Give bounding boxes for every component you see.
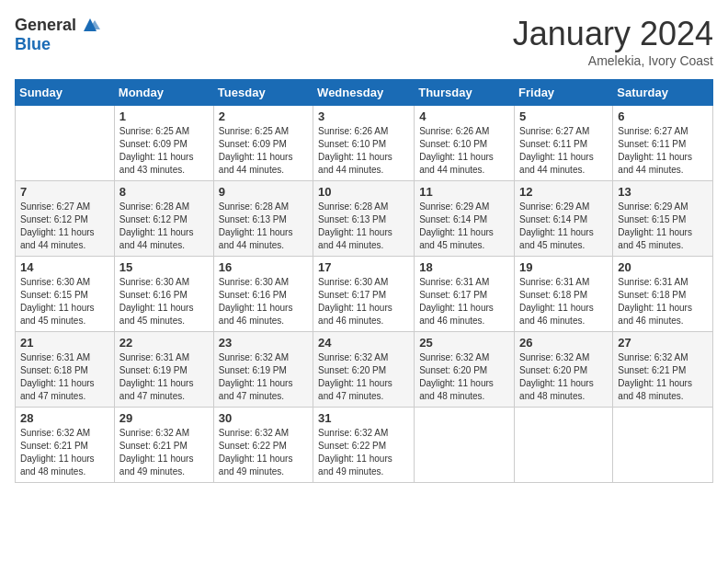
day-info: Sunrise: 6:30 AM Sunset: 6:17 PM Dayligh… [318, 276, 409, 327]
day-cell [16, 106, 115, 181]
day-cell: 13Sunrise: 6:29 AM Sunset: 6:15 PM Dayli… [613, 181, 713, 257]
day-info: Sunrise: 6:29 AM Sunset: 6:14 PM Dayligh… [519, 201, 608, 252]
day-info: Sunrise: 6:31 AM Sunset: 6:19 PM Dayligh… [119, 351, 209, 403]
day-number: 19 [519, 260, 608, 274]
location-subtitle: Amelekia, Ivory Coast [513, 53, 713, 68]
day-cell: 31Sunrise: 6:32 AM Sunset: 6:22 PM Dayli… [313, 408, 415, 483]
day-info: Sunrise: 6:31 AM Sunset: 6:18 PM Dayligh… [20, 351, 109, 403]
day-number: 15 [119, 260, 209, 274]
day-cell: 19Sunrise: 6:31 AM Sunset: 6:18 PM Dayli… [515, 257, 613, 332]
day-number: 9 [219, 185, 308, 199]
day-info: Sunrise: 6:32 AM Sunset: 6:21 PM Dayligh… [618, 351, 708, 403]
day-cell: 21Sunrise: 6:31 AM Sunset: 6:18 PM Dayli… [16, 332, 115, 408]
week-row-3: 14Sunrise: 6:30 AM Sunset: 6:15 PM Dayli… [16, 257, 713, 332]
day-cell: 7Sunrise: 6:27 AM Sunset: 6:12 PM Daylig… [16, 181, 115, 257]
day-info: Sunrise: 6:32 AM Sunset: 6:19 PM Dayligh… [219, 351, 308, 403]
day-cell [515, 408, 613, 483]
day-cell: 16Sunrise: 6:30 AM Sunset: 6:16 PM Dayli… [213, 257, 313, 332]
day-number: 30 [219, 411, 308, 425]
day-number: 10 [318, 185, 409, 199]
day-number: 28 [20, 411, 109, 425]
day-info: Sunrise: 6:30 AM Sunset: 6:16 PM Dayligh… [119, 276, 209, 327]
logo: General Blue [15, 15, 100, 54]
weekday-header-monday: Monday [114, 80, 213, 106]
day-info: Sunrise: 6:32 AM Sunset: 6:22 PM Dayligh… [219, 427, 308, 478]
weekday-header-thursday: Thursday [415, 80, 515, 106]
day-number: 17 [318, 260, 409, 274]
day-number: 26 [519, 336, 608, 350]
weekday-header-tuesday: Tuesday [213, 80, 313, 106]
day-cell: 17Sunrise: 6:30 AM Sunset: 6:17 PM Dayli… [313, 257, 415, 332]
logo-blue: Blue [15, 35, 51, 53]
day-info: Sunrise: 6:32 AM Sunset: 6:22 PM Dayligh… [318, 427, 409, 478]
day-cell: 2Sunrise: 6:25 AM Sunset: 6:09 PM Daylig… [213, 106, 313, 181]
day-cell: 6Sunrise: 6:27 AM Sunset: 6:11 PM Daylig… [613, 106, 713, 181]
day-info: Sunrise: 6:32 AM Sunset: 6:21 PM Dayligh… [20, 427, 109, 478]
day-number: 22 [119, 336, 209, 350]
day-cell: 24Sunrise: 6:32 AM Sunset: 6:20 PM Dayli… [313, 332, 415, 408]
day-info: Sunrise: 6:28 AM Sunset: 6:13 PM Dayligh… [318, 201, 409, 252]
day-number: 1 [119, 109, 209, 123]
day-info: Sunrise: 6:25 AM Sunset: 6:09 PM Dayligh… [219, 125, 308, 177]
weekday-header-row: SundayMondayTuesdayWednesdayThursdayFrid… [16, 80, 713, 106]
day-number: 11 [419, 185, 509, 199]
day-info: Sunrise: 6:27 AM Sunset: 6:12 PM Dayligh… [20, 201, 109, 252]
day-info: Sunrise: 6:29 AM Sunset: 6:15 PM Dayligh… [618, 201, 708, 252]
day-info: Sunrise: 6:30 AM Sunset: 6:16 PM Dayligh… [219, 276, 308, 327]
day-cell: 27Sunrise: 6:32 AM Sunset: 6:21 PM Dayli… [613, 332, 713, 408]
day-info: Sunrise: 6:26 AM Sunset: 6:10 PM Dayligh… [318, 125, 409, 177]
day-cell: 30Sunrise: 6:32 AM Sunset: 6:22 PM Dayli… [213, 408, 313, 483]
day-number: 24 [318, 336, 409, 350]
weekday-header-friday: Friday [515, 80, 613, 106]
day-cell: 5Sunrise: 6:27 AM Sunset: 6:11 PM Daylig… [515, 106, 613, 181]
day-number: 21 [20, 336, 109, 350]
day-number: 14 [20, 260, 109, 274]
day-cell: 11Sunrise: 6:29 AM Sunset: 6:14 PM Dayli… [415, 181, 515, 257]
day-cell: 4Sunrise: 6:26 AM Sunset: 6:10 PM Daylig… [415, 106, 515, 181]
title-block: January 2024 Amelekia, Ivory Coast [513, 15, 713, 68]
day-info: Sunrise: 6:29 AM Sunset: 6:14 PM Dayligh… [419, 201, 509, 252]
day-cell: 29Sunrise: 6:32 AM Sunset: 6:21 PM Dayli… [114, 408, 213, 483]
day-info: Sunrise: 6:25 AM Sunset: 6:09 PM Dayligh… [119, 125, 209, 177]
logo-icon [80, 15, 100, 35]
day-cell: 10Sunrise: 6:28 AM Sunset: 6:13 PM Dayli… [313, 181, 415, 257]
week-row-5: 28Sunrise: 6:32 AM Sunset: 6:21 PM Dayli… [16, 408, 713, 483]
day-info: Sunrise: 6:31 AM Sunset: 6:17 PM Dayligh… [419, 276, 509, 327]
day-cell: 1Sunrise: 6:25 AM Sunset: 6:09 PM Daylig… [114, 106, 213, 181]
day-info: Sunrise: 6:31 AM Sunset: 6:18 PM Dayligh… [519, 276, 608, 327]
day-number: 20 [618, 260, 708, 274]
day-number: 12 [519, 185, 608, 199]
day-number: 18 [419, 260, 509, 274]
weekday-header-saturday: Saturday [613, 80, 713, 106]
day-number: 5 [519, 109, 608, 123]
day-number: 29 [119, 411, 209, 425]
page-header: General Blue January 2024 Amelekia, Ivor… [15, 15, 713, 68]
day-cell: 20Sunrise: 6:31 AM Sunset: 6:18 PM Dayli… [613, 257, 713, 332]
day-cell: 28Sunrise: 6:32 AM Sunset: 6:21 PM Dayli… [16, 408, 115, 483]
week-row-1: 1Sunrise: 6:25 AM Sunset: 6:09 PM Daylig… [16, 106, 713, 181]
day-info: Sunrise: 6:32 AM Sunset: 6:20 PM Dayligh… [519, 351, 608, 403]
day-number: 4 [419, 109, 509, 123]
day-cell: 3Sunrise: 6:26 AM Sunset: 6:10 PM Daylig… [313, 106, 415, 181]
day-cell: 9Sunrise: 6:28 AM Sunset: 6:13 PM Daylig… [213, 181, 313, 257]
day-cell: 18Sunrise: 6:31 AM Sunset: 6:17 PM Dayli… [415, 257, 515, 332]
day-number: 23 [219, 336, 308, 350]
day-cell: 14Sunrise: 6:30 AM Sunset: 6:15 PM Dayli… [16, 257, 115, 332]
day-info: Sunrise: 6:32 AM Sunset: 6:20 PM Dayligh… [318, 351, 409, 403]
day-cell: 25Sunrise: 6:32 AM Sunset: 6:20 PM Dayli… [415, 332, 515, 408]
day-info: Sunrise: 6:28 AM Sunset: 6:13 PM Dayligh… [219, 201, 308, 252]
day-number: 16 [219, 260, 308, 274]
logo-general: General [15, 16, 76, 35]
day-number: 6 [618, 109, 708, 123]
day-cell: 12Sunrise: 6:29 AM Sunset: 6:14 PM Dayli… [515, 181, 613, 257]
day-number: 13 [618, 185, 708, 199]
calendar-table: SundayMondayTuesdayWednesdayThursdayFrid… [15, 79, 713, 483]
day-cell: 8Sunrise: 6:28 AM Sunset: 6:12 PM Daylig… [114, 181, 213, 257]
day-info: Sunrise: 6:28 AM Sunset: 6:12 PM Dayligh… [119, 201, 209, 252]
day-number: 3 [318, 109, 409, 123]
day-number: 7 [20, 185, 109, 199]
day-cell: 15Sunrise: 6:30 AM Sunset: 6:16 PM Dayli… [114, 257, 213, 332]
day-info: Sunrise: 6:32 AM Sunset: 6:20 PM Dayligh… [419, 351, 509, 403]
day-info: Sunrise: 6:26 AM Sunset: 6:10 PM Dayligh… [419, 125, 509, 177]
day-number: 31 [318, 411, 409, 425]
